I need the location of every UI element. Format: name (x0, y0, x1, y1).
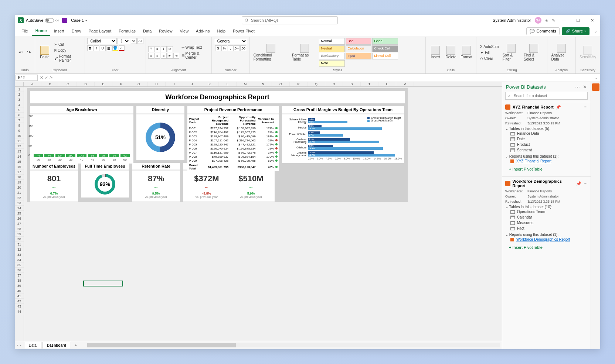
percent-button[interactable]: % (221, 45, 227, 51)
ribbon-chevron-icon[interactable]: ⌄ (594, 29, 597, 34)
row-header[interactable]: 12 (15, 144, 24, 149)
format-as-table-button[interactable]: Format as Table (290, 43, 318, 62)
reports-section-header[interactable]: ⌄ Reports using this dataset (1): (505, 233, 588, 237)
filename[interactable]: Case 1 ▾ (71, 18, 87, 23)
table-item[interactable]: Operations Team (505, 209, 588, 214)
expand-formula-icon[interactable]: ⌄ (592, 75, 600, 80)
row-header[interactable]: 20 (15, 185, 24, 190)
row-header[interactable]: 33 (15, 252, 24, 257)
tab-addins[interactable]: Add-ins (192, 27, 213, 35)
number-format-select[interactable]: General (214, 38, 247, 44)
row-header[interactable]: 21 (15, 190, 24, 195)
row-header[interactable]: 5 (15, 107, 24, 113)
minimize-button[interactable]: — (559, 18, 569, 23)
row-header[interactable]: 4 (15, 102, 24, 107)
row-header[interactable]: 3 (15, 97, 24, 102)
tab-page-layout[interactable]: Page Layout (85, 27, 115, 35)
tab-power-pivot[interactable]: Power Pivot (229, 27, 258, 35)
analyze-data-button[interactable]: Analyze Data (550, 43, 573, 62)
italic-button[interactable]: I (94, 45, 99, 51)
tab-help[interactable]: Help (213, 27, 229, 35)
column-header[interactable]: G (130, 82, 148, 86)
row-header[interactable]: 23 (15, 200, 24, 206)
style-neutral[interactable]: Neutral (319, 45, 345, 52)
fill-color-button[interactable]: 🪣 (112, 45, 118, 51)
column-header[interactable]: V (396, 82, 414, 86)
format-painter-button[interactable]: 🖌Format Painter (53, 54, 82, 63)
style-check-cell[interactable]: Check Cell (372, 45, 398, 52)
align-middle-button[interactable]: ≡ (154, 46, 160, 52)
column-header[interactable]: T (361, 82, 378, 86)
insert-pivottable-button[interactable]: + Insert PivotTable (505, 164, 588, 174)
delete-cells-button[interactable]: Delete (444, 45, 458, 60)
row-header[interactable]: 30 (15, 237, 24, 242)
inc-decimal-button[interactable]: .0→ (234, 45, 240, 51)
tables-section-header[interactable]: ⌄ Tables in this dataset (10): (505, 205, 588, 209)
confirm-fx-icon[interactable]: ✓ (45, 75, 48, 80)
selected-cell[interactable] (83, 281, 123, 286)
column-header[interactable]: E (95, 82, 112, 86)
add-sheet-button[interactable]: + (72, 342, 80, 348)
indent-dec-button[interactable]: ⇤ (167, 53, 173, 59)
row-header[interactable]: 8 (15, 123, 24, 128)
column-header[interactable]: D (77, 82, 95, 86)
row-header[interactable]: 31 (15, 242, 24, 247)
style-explanatory[interactable]: Explanatory … (319, 53, 345, 59)
font-color-button[interactable]: A (119, 45, 125, 51)
column-header[interactable]: O (272, 82, 290, 86)
style-note[interactable]: Note (319, 60, 345, 67)
row-header[interactable]: 15 (15, 159, 24, 164)
border-button[interactable]: ▦ (106, 45, 112, 51)
conditional-formatting-button[interactable]: Conditional Formatting (252, 43, 290, 62)
share-button[interactable]: 🔗 Share ▾ (562, 27, 589, 35)
reports-section-header[interactable]: ⌄ Reports using this dataset (1): (505, 154, 588, 158)
maximize-button[interactable]: ☐ (573, 18, 583, 23)
sheet-nav-next-icon[interactable]: › (20, 343, 21, 347)
column-header[interactable]: R (325, 82, 343, 86)
dataset-search-input[interactable] (505, 92, 588, 100)
cut-button[interactable]: ✂Cut (53, 42, 82, 47)
orientation-button[interactable]: ⟳ (167, 46, 173, 52)
row-header[interactable]: 18 (15, 175, 24, 180)
pin-icon[interactable]: 📌 (576, 181, 581, 186)
row-header[interactable]: 39 (15, 283, 24, 288)
decrease-font-button[interactable]: A↓ (137, 38, 143, 44)
row-header[interactable]: 1 (15, 87, 24, 92)
panel-close-icon[interactable]: ✕ (583, 84, 587, 90)
autosave-toggle[interactable]: AutoSave Off (26, 18, 59, 23)
sheet-canvas[interactable]: Workforce Demographics Report Age Breakd… (24, 87, 502, 341)
tab-data[interactable]: Data (139, 27, 155, 35)
fx-icon[interactable]: fx (50, 75, 53, 80)
diamond-icon[interactable]: ◈ (545, 18, 548, 23)
tables-section-header[interactable]: ⌄ Tables in this dataset (5): (505, 127, 588, 131)
powerbi-pane-icon[interactable] (592, 83, 599, 91)
table-item[interactable]: Finance Data (505, 131, 588, 136)
row-header[interactable]: 43 (15, 304, 24, 309)
name-box[interactable] (16, 75, 38, 81)
align-bottom-button[interactable]: ⤓ (161, 46, 167, 52)
dataset-name[interactable]: Workforce Demographics Report (513, 179, 574, 188)
sheet-nav-prev-icon[interactable]: ‹ (17, 343, 18, 347)
row-header[interactable]: 14 (15, 154, 24, 159)
comments-button[interactable]: 💬 Comments (526, 27, 559, 35)
align-center-button[interactable]: ≡ (154, 53, 160, 59)
sensitivity-button[interactable]: Sensitivity (578, 45, 598, 60)
align-top-button[interactable]: ⤒ (148, 46, 154, 52)
currency-button[interactable]: $ (215, 45, 221, 51)
dataset-menu-icon[interactable]: ⋯ (584, 181, 588, 186)
table-item[interactable]: Measures. (505, 220, 588, 226)
column-header[interactable]: H (148, 82, 166, 86)
column-header[interactable]: C (59, 82, 77, 86)
pencil-icon[interactable]: ✎ (552, 18, 555, 23)
search-input[interactable] (242, 16, 338, 24)
sheet-tab-dashboard[interactable]: Dashboard (42, 342, 71, 348)
row-header[interactable]: 29 (15, 231, 24, 237)
save-icon[interactable] (62, 18, 67, 23)
column-header[interactable]: J (183, 82, 201, 86)
pin-icon[interactable]: 📌 (556, 105, 561, 110)
row-header[interactable]: 34 (15, 257, 24, 262)
select-all-corner[interactable] (15, 82, 24, 86)
sort-filter-button[interactable]: Sort & Filter (501, 43, 521, 62)
cancel-fx-icon[interactable]: ✕ (40, 75, 43, 80)
row-header[interactable]: 13 (15, 149, 24, 154)
